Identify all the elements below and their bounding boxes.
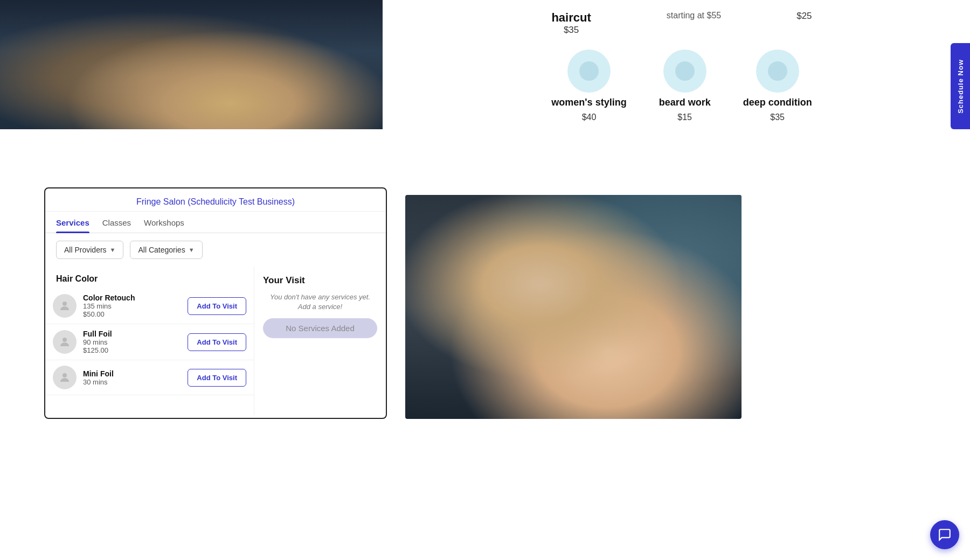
providers-chevron-icon: ▼ [110,247,116,253]
deep-condition-name: deep condition [743,97,812,108]
your-visit-panel: Your Visit You don't have any services y… [254,267,386,415]
color-retouch-price: $50.00 [83,310,105,318]
color-retouch-avatar [53,294,77,318]
quick-service: $25 [796,11,812,36]
full-foil-meta: 90 mins $125.00 [83,338,188,354]
haircut-service: haircut $35 [551,11,591,36]
full-foil-avatar [53,330,77,354]
tab-workshops[interactable]: Workshops [144,218,184,233]
schedule-now-tab[interactable]: Schedule Now [951,43,970,129]
mini-foil-avatar [53,366,77,389]
mini-foil-name: Mini Foil [83,369,188,378]
color-retouch-info: Color Retouch 135 mins $50.00 [83,293,188,318]
womens-styling-name: women's styling [551,97,626,108]
providers-filter[interactable]: All Providers ▼ [56,241,123,259]
color-retouch-meta: 135 mins $50.00 [83,302,188,318]
full-foil-duration: 90 mins [83,338,108,346]
widget-filters: All Providers ▼ All Categories ▼ [45,233,386,267]
svg-point-7 [63,338,67,342]
full-foil-info: Full Foil 90 mins $125.00 [83,330,188,354]
beard-work-price: $15 [677,113,692,122]
mini-foil-info: Mini Foil 30 mins [83,369,188,386]
category-header: Hair Color [45,267,254,288]
widget-body: Hair Color Color Retouch 135 mins $50.00 [45,267,386,415]
color-retouch-duration: 135 mins [83,302,112,310]
beard-work-item: 🪒 beard work $15 [659,50,711,122]
categories-chevron-icon: ▼ [189,247,195,253]
full-foil-name: Full Foil [83,330,188,338]
haircut-name: haircut [551,11,591,25]
section-spacer [0,130,970,187]
full-foil-price: $125.00 [83,346,108,354]
no-services-badge: No Services Added [263,318,377,338]
top-left-salon-image [0,0,383,129]
svg-point-6 [63,302,67,306]
tab-classes[interactable]: Classes [102,218,131,233]
no-services-hint: You don't have any services yet. Add a s… [263,292,377,312]
deep-condition-icon: 🧴 [756,50,799,93]
svg-point-4 [768,61,787,81]
svg-point-0 [579,61,599,81]
chat-bubble-button[interactable] [930,520,959,549]
providers-label: All Providers [64,246,107,254]
mini-foil-duration: 30 mins [83,378,108,386]
womens-styling-icon: 💇 [567,50,611,93]
svg-point-8 [63,373,67,377]
widget-header: Fringe Salon (Schedulicity Test Business… [45,188,386,212]
mini-foil-meta: 30 mins [83,378,188,386]
widget-tabs: Services Classes Workshops [45,212,386,233]
schedule-now-label: Schedule Now [957,59,965,114]
categories-label: All Categories [138,246,185,254]
add-to-visit-color-retouch[interactable]: Add To Visit [188,297,246,315]
womens-styling-item: 💇 women's styling $40 [551,50,626,122]
premium-service: starting at $55 [667,11,721,36]
color-retouch-name: Color Retouch [83,293,188,302]
quick-price: $25 [796,11,812,22]
beard-work-icon: 🪒 [663,50,706,93]
booking-widget: Fringe Salon (Schedulicity Test Business… [44,187,387,419]
add-to-visit-mini-foil[interactable]: Add To Visit [188,369,246,387]
your-visit-title: Your Visit [263,275,377,286]
bottom-right-salon-image [405,195,742,419]
womens-styling-price: $40 [582,113,597,122]
deep-condition-item: 🧴 deep condition $35 [743,50,812,122]
services-list: Hair Color Color Retouch 135 mins $50.00 [45,267,254,415]
business-name: Fringe Salon (Schedulicity Test Business… [56,197,375,207]
deep-condition-price: $35 [770,113,785,122]
categories-filter[interactable]: All Categories ▼ [130,241,202,259]
top-services-section: haircut $35 starting at $55 $25 💇 women'… [393,0,970,140]
haircut-price: $35 [564,25,579,36]
add-to-visit-full-foil[interactable]: Add To Visit [188,333,246,351]
service-row-mini-foil: Mini Foil 30 mins Add To Visit [45,360,254,395]
tab-services[interactable]: Services [56,218,89,233]
service-row-color-retouch: Color Retouch 135 mins $50.00 Add To Vis… [45,288,254,324]
service-row-full-foil: Full Foil 90 mins $125.00 Add To Visit [45,324,254,360]
premium-name: starting at $55 [667,11,721,20]
svg-point-2 [675,61,695,81]
beard-work-name: beard work [659,97,711,108]
